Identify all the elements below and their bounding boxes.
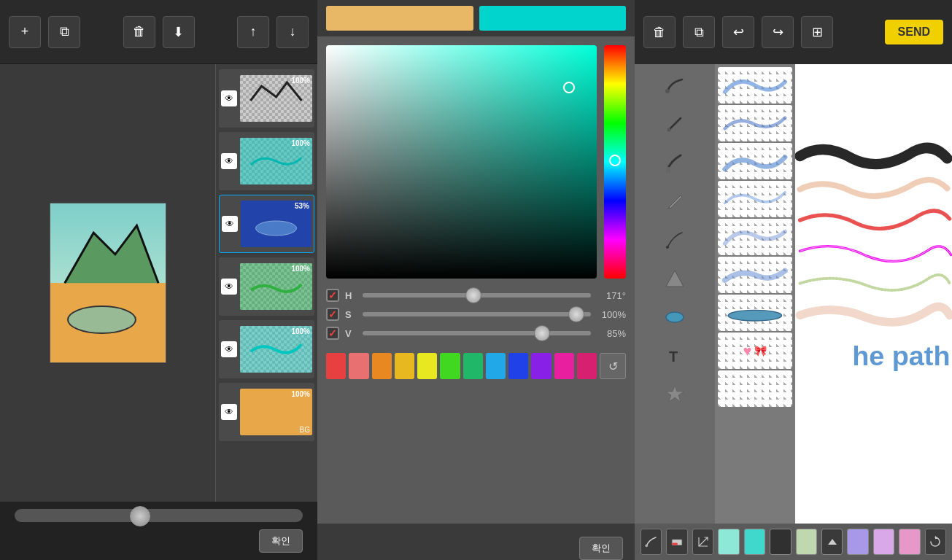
secondary-color-swatch[interactable] [479,6,627,31]
bottom-swatch-black[interactable] [770,529,791,555]
h-handle[interactable] [465,287,481,303]
svg-rect-4 [666,167,670,173]
undo-button[interactable]: ↩ [722,16,754,48]
s-track[interactable] [363,312,591,316]
delete-layer-button[interactable]: 🗑 [123,16,155,48]
zoom-slider[interactable] [15,509,303,522]
stack-button[interactable]: ⊞ [801,16,833,48]
brush-preview-1[interactable] [718,67,792,104]
layer-visibility-toggle[interactable]: 👁 [221,404,237,420]
send-button[interactable]: SEND [885,20,943,44]
transform-tool-button[interactable] [692,529,713,555]
brush-preview-7[interactable] [718,295,792,331]
layer-visibility-toggle[interactable]: 👁 [221,90,237,106]
layer4-svg [247,273,305,300]
move-down-button[interactable]: ↓ [276,16,309,48]
h-checkbox[interactable]: ✓ [326,289,339,302]
layer5-svg [247,335,305,363]
rotate-button[interactable] [925,529,946,555]
preset-colors: ↺ [326,350,626,382]
preset-color-2[interactable] [349,353,368,379]
bottom-swatch-3[interactable] [796,529,817,555]
fill-icon [665,268,685,289]
eraser-tool-button[interactable] [666,529,687,555]
layer-opacity: 100% [291,265,310,273]
preset-color-10[interactable] [531,353,551,379]
brush-soft[interactable] [638,67,712,104]
preset-color-7[interactable] [463,353,483,379]
brush-hard[interactable] [638,106,712,142]
v-checkbox[interactable]: ✓ [326,327,339,340]
bottom-swatch-1[interactable] [718,529,739,555]
layer-item-bg[interactable]: 👁 100% BG [219,383,314,441]
brush-star[interactable] [638,376,712,413]
layer-item[interactable]: 👁 100% [219,132,314,190]
layer-visibility-toggle[interactable]: 👁 [222,216,238,232]
brush-text[interactable]: T [638,338,712,374]
preset-color-11[interactable] [554,353,574,379]
zoom-handle[interactable] [130,506,150,526]
s-handle[interactable] [568,306,584,322]
brush-marker[interactable] [638,144,712,181]
svg-marker-16 [828,539,837,545]
layer-visibility-toggle[interactable]: 👁 [221,341,237,357]
reset-color-button[interactable]: ↺ [600,353,626,379]
brush-preview-8[interactable]: ♥ 🎀 [718,332,792,369]
brush-tool-button[interactable] [641,529,662,555]
layer-visibility-toggle[interactable]: 👁 [221,279,237,295]
hue-slider-row: ✓ H 171° [326,289,626,302]
preset-color-3[interactable] [372,353,392,379]
brush-preview-9[interactable] [718,370,792,407]
preset-color-5[interactable] [417,353,437,379]
bottom-triangle[interactable] [821,529,843,555]
pencil-icon [665,191,685,211]
preset-color-1[interactable] [326,353,346,379]
brush-fill[interactable] [638,260,712,297]
brush-preview-3[interactable] [718,143,792,179]
s-checkbox[interactable]: ✓ [326,308,339,321]
v-track[interactable] [363,331,591,335]
preset-color-6[interactable] [440,353,460,379]
bottom-swatch-2[interactable] [744,529,765,555]
right-delete-button[interactable]: 🗑 [643,16,676,48]
layer-visibility-toggle[interactable]: 👁 [221,153,237,169]
duplicate-layer-button[interactable]: ⧉ [48,16,80,48]
add-layer-button[interactable]: + [9,16,41,48]
move-up-button[interactable]: ↑ [237,16,269,48]
v-handle[interactable] [534,325,550,341]
layer-item[interactable]: 👁 53% [219,195,314,253]
primary-color-swatch[interactable] [326,6,473,31]
confirm-button[interactable]: 확인 [259,529,303,553]
brush-pen[interactable] [638,222,712,258]
bottom-swatch-4[interactable] [847,529,868,555]
import-button[interactable]: ⬇ [163,16,195,48]
right-bottom-toolbar [635,524,952,560]
hue-handle[interactable] [609,155,621,166]
color-saturation-value-picker[interactable] [326,45,597,279]
layer-item[interactable]: 👁 100% [219,69,314,128]
color-confirm-button[interactable]: 확인 [579,537,623,560]
color-picker-handle[interactable] [563,82,575,93]
brush-list: T [635,64,715,524]
v-label: V [345,328,357,339]
preset-color-4[interactable] [395,353,414,379]
brush-preview-2[interactable] [718,105,792,141]
brush-shape[interactable] [638,299,712,335]
redo-button[interactable]: ↪ [762,16,794,48]
preset-color-12[interactable] [577,353,597,379]
h-track[interactable] [363,293,591,298]
brush-preview-5[interactable] [718,219,792,255]
brush-preview-4[interactable] [718,181,792,217]
bottom-swatch-6[interactable] [899,529,920,555]
hue-slider[interactable] [604,45,626,279]
bottom-swatch-5[interactable] [873,529,894,555]
preset-color-8[interactable] [486,353,506,379]
layer-item[interactable]: 👁 100% [219,320,314,378]
layer-item[interactable]: 👁 100% [219,257,314,316]
preset-color-9[interactable] [508,353,528,379]
right-duplicate-button[interactable]: ⧉ [683,16,715,48]
layer-thumbnail: 100% [240,75,312,122]
brush-pencil[interactable] [638,183,712,219]
brush-preview-6[interactable] [718,257,792,293]
hard-brush-icon [665,114,685,134]
